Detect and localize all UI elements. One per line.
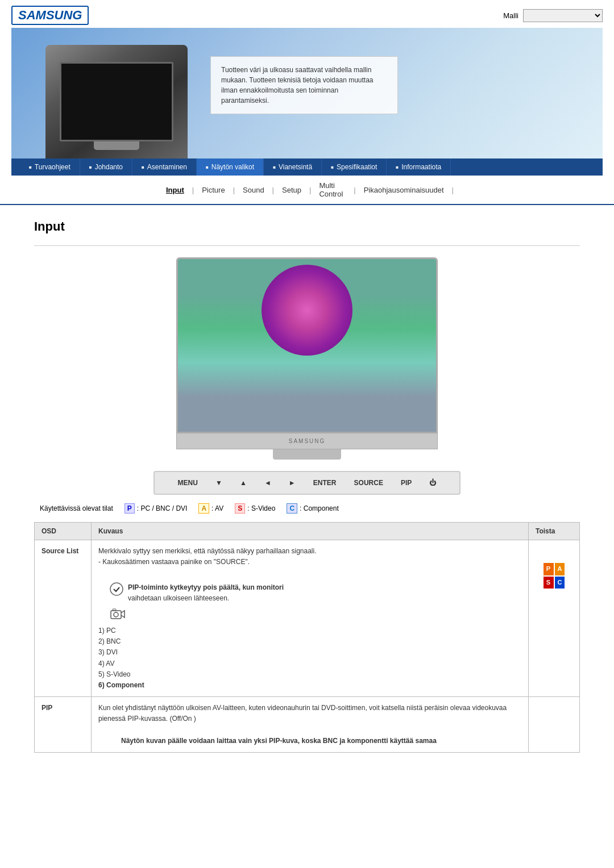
repeat-source-list: P A S C: [529, 540, 580, 697]
nav-tab-turvaohjeet[interactable]: Turvaohjeet: [20, 158, 80, 176]
available-states: Käytettävissä olevat tilat P : PC / BNC …: [34, 503, 580, 514]
monitor-brand-label: SAMSUNG: [289, 438, 326, 444]
desc-pip: Kun olet yhdistänyt näyttöön ulkoisen AV…: [92, 697, 529, 753]
badge-pc: P : PC / BNC / DVI: [125, 503, 188, 514]
ctrl-power[interactable]: ⏻: [429, 479, 436, 487]
sub-nav-picture[interactable]: Picture: [195, 183, 231, 197]
ctrl-up[interactable]: ▲: [240, 479, 247, 487]
checkmark-icon: [110, 582, 123, 596]
ctrl-menu[interactable]: MENU: [178, 479, 198, 487]
sub-nav: Input | Picture | Sound | Setup | Multi …: [0, 176, 614, 205]
monitor-display: [176, 257, 438, 433]
header: SAMSUNG Malli Tuotteen väri ja ulkoasu s…: [0, 0, 614, 176]
ctrl-pip[interactable]: PIP: [401, 479, 412, 487]
osd-pip: PIP: [35, 697, 92, 753]
osd-source-list: Source List: [35, 540, 92, 697]
control-panel: MENU ▼ ▲ ◄ ► ENTER SOURCE PIP ⏻: [154, 471, 460, 495]
table-header-osd: OSD: [35, 523, 92, 540]
model-label: Malli: [503, 11, 518, 20]
main-content: Input SAMSUNG MENU ▼ ▲ ◄ ► ENTER SOURCE …: [0, 205, 614, 767]
ctrl-right[interactable]: ►: [289, 479, 296, 487]
nav-tab-johdanto[interactable]: Johdanto: [80, 158, 132, 176]
camera-icon: [110, 607, 126, 621]
monitor-screen: [60, 62, 173, 141]
sub-nav-pikaohjaus[interactable]: Pikaohjausominaisuudet: [357, 183, 451, 197]
svg-rect-3: [113, 609, 116, 611]
table-header-toista: Toista: [529, 523, 580, 540]
sub-nav-setup[interactable]: Setup: [275, 183, 308, 197]
monitor-stand-full: [273, 449, 341, 460]
info-table: OSD Kuvaus Toista Source List Merkkivalo…: [34, 522, 580, 753]
nav-tab-asentaminen[interactable]: Asentaminen: [132, 158, 197, 176]
badge-av: A : AV: [198, 503, 223, 514]
available-states-label: Käytettävissä olevat tilat: [40, 504, 113, 512]
model-select[interactable]: [523, 9, 603, 22]
table-header-kuvaus: Kuvaus: [92, 523, 529, 540]
monitor-stand: [94, 141, 139, 150]
samsung-logo: SAMSUNG: [11, 6, 89, 25]
page-title: Input: [34, 219, 580, 234]
sub-nav-multicontrol[interactable]: Multi Control: [312, 179, 352, 201]
hero-disclaimer: Tuotteen väri ja ulkoasu saattavat vaihd…: [210, 56, 398, 114]
hero-monitor: [45, 45, 188, 158]
table-row: Source List Merkkivalo syttyy sen merkik…: [35, 540, 580, 697]
badge-comp: C : Component: [287, 503, 338, 514]
desc-source-list: Merkkivalo syttyy sen merkiksi, että näy…: [92, 540, 529, 697]
ctrl-left[interactable]: ◄: [264, 479, 271, 487]
pasc-badge: P A S C: [544, 563, 565, 589]
svg-rect-1: [111, 611, 121, 619]
badge-sv: S : S-Video: [235, 503, 275, 514]
sub-nav-input[interactable]: Input: [159, 183, 191, 197]
hero-banner: Tuotteen väri ja ulkoasu saattavat vaihd…: [11, 28, 603, 158]
ctrl-source[interactable]: SOURCE: [354, 479, 383, 487]
ctrl-down[interactable]: ▼: [215, 479, 222, 487]
section-divider: [34, 245, 580, 246]
flower-image: [262, 265, 352, 356]
nav-tab-spesifikaatiot[interactable]: Spesifikaatiot: [322, 158, 387, 176]
monitor-bottom-bar: SAMSUNG: [176, 433, 438, 449]
svg-point-2: [114, 612, 118, 617]
svg-point-0: [110, 583, 123, 595]
monitor-display-container: SAMSUNG: [34, 257, 580, 460]
sub-nav-sound[interactable]: Sound: [236, 183, 271, 197]
repeat-pip: [529, 697, 580, 753]
display-screen: [178, 259, 436, 432]
model-field: Malli: [503, 9, 603, 22]
ctrl-enter[interactable]: ENTER: [313, 479, 337, 487]
nav-tab-vianetsinta[interactable]: Vianetsintä: [264, 158, 322, 176]
nav-tabs: Turvaohjeet Johdanto Asentaminen Näytön …: [11, 158, 603, 176]
nav-tab-informaatiota[interactable]: Informaatiota: [387, 158, 451, 176]
nav-tab-nayton-valikot[interactable]: Näytön valikot: [197, 158, 264, 176]
table-row: PIP Kun olet yhdistänyt näyttöön ulkoise…: [35, 697, 580, 753]
